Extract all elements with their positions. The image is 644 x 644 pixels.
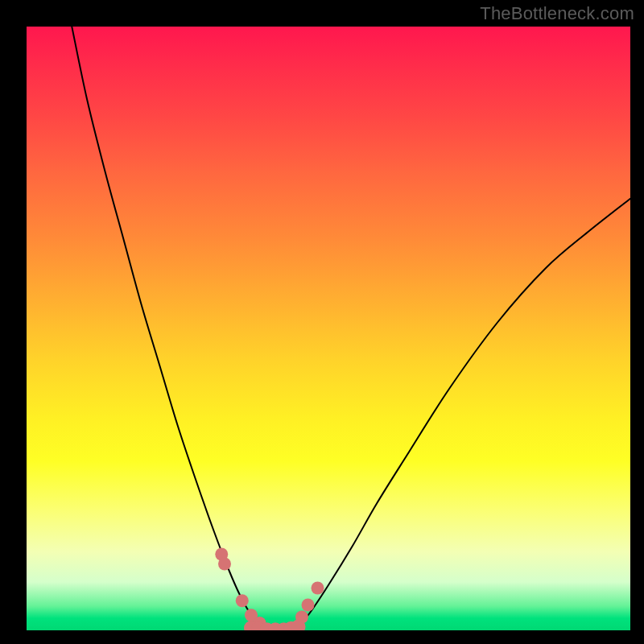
watermark-text: TheBottleneck.com [480, 3, 634, 24]
bottom-band-left-dots-pt-2 [236, 594, 249, 607]
right-curve [295, 199, 630, 630]
curves [72, 27, 630, 630]
bottom-band-strip-pt-4 [277, 622, 291, 630]
bottom-band-left-dots-pt-1 [218, 558, 231, 571]
chart-frame: TheBottleneck.com [0, 0, 644, 644]
bottom-band-left-dots-pt-3 [245, 609, 258, 621]
curve-layer [27, 27, 630, 630]
bottom-band-right-dots-pt-1 [302, 599, 315, 612]
plot-area [27, 27, 630, 630]
left-curve [72, 27, 262, 630]
bottom-band-strip-pt-0 [244, 621, 258, 630]
bottom-band-strip-pt-1 [251, 622, 266, 631]
bottom-band-left-dots-pt-4 [254, 617, 266, 630]
bottom-band-strip-pt-5 [284, 621, 299, 630]
bottom-band-left-dots-pt-0 [215, 548, 228, 561]
bottom-band-strip-pt-2 [260, 622, 275, 630]
bottom-band-strip-pt-3 [268, 622, 283, 630]
markers [215, 548, 324, 631]
bottom-band-right-dots-pt-0 [295, 611, 308, 624]
bottom-band-strip-pt-6 [291, 620, 306, 631]
bottom-band-right-dots-pt-2 [312, 582, 324, 595]
